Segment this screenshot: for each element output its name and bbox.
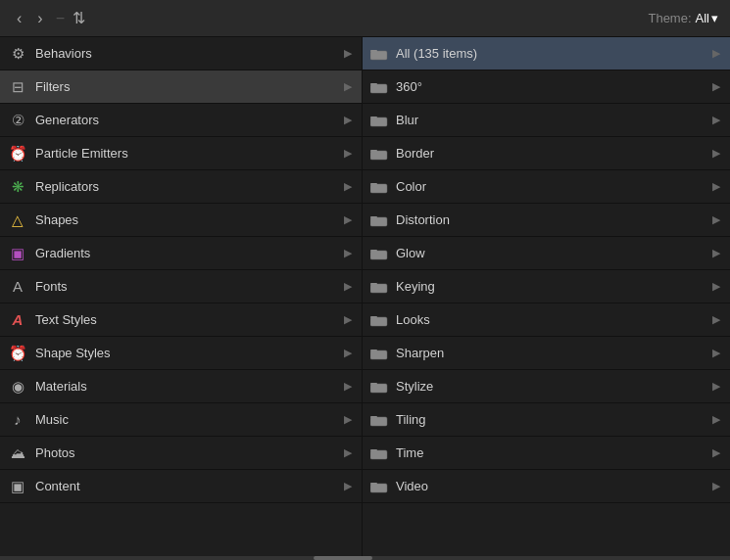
right-item-distortion[interactable]: Distortion ▶ — [363, 204, 730, 237]
fonts-icon: A — [8, 277, 27, 297]
sidebar-item-particle-emitters[interactable]: ⏰ Particle Emitters ▶ — [0, 137, 362, 170]
theme-dropdown-arrow: ▾ — [711, 11, 718, 25]
sidebar-item-shape-styles[interactable]: ⏰ Shape Styles ▶ — [0, 337, 362, 370]
sidebar-item-left: ▣ Gradients — [8, 244, 90, 263]
folder-icon — [370, 480, 388, 493]
svg-rect-6 — [370, 117, 387, 126]
svg-rect-30 — [370, 384, 387, 393]
svg-rect-18 — [370, 251, 387, 259]
svg-rect-23 — [370, 283, 377, 285]
right-item-stylize[interactable]: Stylize ▶ — [363, 370, 730, 403]
theme-dropdown[interactable]: All ▾ — [696, 11, 718, 25]
sidebar-item-music[interactable]: ♪ Music ▶ — [0, 403, 362, 437]
theme-selector: Theme: All ▾ — [648, 11, 718, 25]
forward-button[interactable]: › — [32, 8, 47, 29]
right-item-tiling[interactable]: Tiling ▶ — [363, 403, 730, 437]
photos-icon: ⛰ — [8, 443, 27, 463]
right-panel: All (135 items) ▶ 360° ▶ Blur ▶ Border ▶ — [363, 37, 730, 556]
right-item-color[interactable]: Color ▶ — [363, 170, 730, 204]
sidebar-item-fonts[interactable]: A Fonts ▶ — [0, 270, 362, 303]
sidebar-item-left: ⛰ Photos — [8, 443, 74, 463]
right-item-left: Glow — [370, 246, 425, 260]
right-item-label: Time — [396, 445, 423, 460]
nav-separator: − — [54, 10, 67, 27]
right-item-glow[interactable]: Glow ▶ — [363, 237, 730, 270]
right-item-left: Blur — [370, 113, 418, 127]
folder-icon — [370, 446, 388, 460]
sidebar-item-label: Filters — [35, 79, 70, 94]
right-item-left: Distortion — [370, 212, 450, 227]
chevron-right-icon: ▶ — [712, 180, 720, 193]
chevron-right-icon: ▶ — [344, 114, 352, 126]
svg-rect-8 — [370, 117, 377, 118]
shape-styles-icon: ⏰ — [8, 344, 27, 363]
materials-icon: ◉ — [8, 377, 27, 397]
svg-rect-5 — [370, 83, 377, 85]
right-item-sharpen[interactable]: Sharpen ▶ — [363, 337, 730, 370]
sidebar-item-content[interactable]: ▣ Content ▶ — [0, 470, 362, 503]
right-item-label: Video — [396, 479, 428, 493]
right-item-label: Glow — [396, 246, 425, 260]
left-panel: ⚙ Behaviors ▶ ⊟ Filters ▶ ② Generators ▶… — [0, 37, 363, 556]
sidebar-item-replicators[interactable]: ❋ Replicators ▶ — [0, 170, 362, 204]
svg-rect-33 — [370, 417, 387, 426]
svg-rect-35 — [370, 416, 377, 418]
right-item-left: Sharpen — [370, 346, 444, 360]
svg-rect-17 — [370, 216, 377, 218]
right-item-label: Tiling — [396, 412, 426, 427]
right-item-label: Color — [396, 179, 426, 194]
svg-rect-2 — [370, 50, 377, 52]
scroll-indicator — [0, 556, 730, 560]
right-item-label: Sharpen — [396, 346, 444, 360]
right-item-label: Stylize — [396, 379, 433, 394]
right-item-all[interactable]: All (135 items) ▶ — [363, 37, 730, 70]
right-item-blur[interactable]: Blur ▶ — [363, 104, 730, 137]
chevron-right-icon: ▶ — [712, 413, 720, 426]
right-item-video[interactable]: Video ▶ — [363, 470, 730, 503]
folder-icon — [370, 147, 388, 161]
sidebar-item-label: Text Styles — [35, 312, 97, 327]
chevron-right-icon: ▶ — [344, 313, 352, 326]
right-item-360[interactable]: 360° ▶ — [363, 70, 730, 104]
svg-rect-36 — [370, 450, 387, 459]
folder-icon — [370, 280, 388, 294]
sidebar-item-left: ▣ Content — [8, 477, 80, 496]
folder-icon — [370, 413, 388, 427]
sidebar-item-shapes[interactable]: △ Shapes ▶ — [0, 204, 362, 237]
folder-icon — [370, 213, 388, 227]
chevron-right-icon: ▶ — [344, 47, 352, 60]
view-switcher[interactable]: ⇅ — [73, 9, 85, 27]
svg-rect-20 — [370, 250, 377, 252]
theme-value: All — [696, 11, 709, 25]
sidebar-item-label: Content — [35, 479, 80, 493]
sidebar-item-label: Photos — [35, 445, 74, 460]
right-item-border[interactable]: Border ▶ — [363, 137, 730, 170]
gradients-icon: ▣ — [8, 244, 27, 263]
shapes-icon: △ — [8, 210, 27, 230]
sidebar-item-generators[interactable]: ② Generators ▶ — [0, 104, 362, 137]
sidebar-item-label: Shape Styles — [35, 346, 111, 360]
chevron-right-icon: ▶ — [712, 213, 720, 226]
svg-rect-12 — [370, 184, 387, 193]
sidebar-item-text-styles[interactable]: A Text Styles ▶ — [0, 303, 362, 337]
svg-rect-26 — [370, 316, 377, 318]
right-item-time[interactable]: Time ▶ — [363, 437, 730, 470]
sidebar-item-left: △ Shapes — [8, 210, 78, 230]
folder-icon — [370, 313, 388, 327]
folder-icon — [370, 47, 388, 61]
sidebar-item-left: ② Generators — [8, 111, 99, 130]
chevron-right-icon: ▶ — [344, 480, 352, 492]
svg-rect-27 — [370, 350, 387, 359]
sidebar-item-filters[interactable]: ⊟ Filters ▶ — [0, 70, 362, 104]
right-item-keying[interactable]: Keying ▶ — [363, 270, 730, 303]
back-button[interactable]: ‹ — [12, 8, 26, 29]
right-item-looks[interactable]: Looks ▶ — [363, 303, 730, 337]
folder-icon — [370, 180, 388, 194]
svg-rect-38 — [370, 449, 377, 451]
sidebar-item-behaviors[interactable]: ⚙ Behaviors ▶ — [0, 37, 362, 70]
sidebar-item-gradients[interactable]: ▣ Gradients ▶ — [0, 237, 362, 270]
sidebar-item-materials[interactable]: ◉ Materials ▶ — [0, 370, 362, 403]
text-styles-icon: A — [8, 310, 27, 330]
chevron-right-icon: ▶ — [712, 313, 720, 326]
sidebar-item-photos[interactable]: ⛰ Photos ▶ — [0, 437, 362, 470]
